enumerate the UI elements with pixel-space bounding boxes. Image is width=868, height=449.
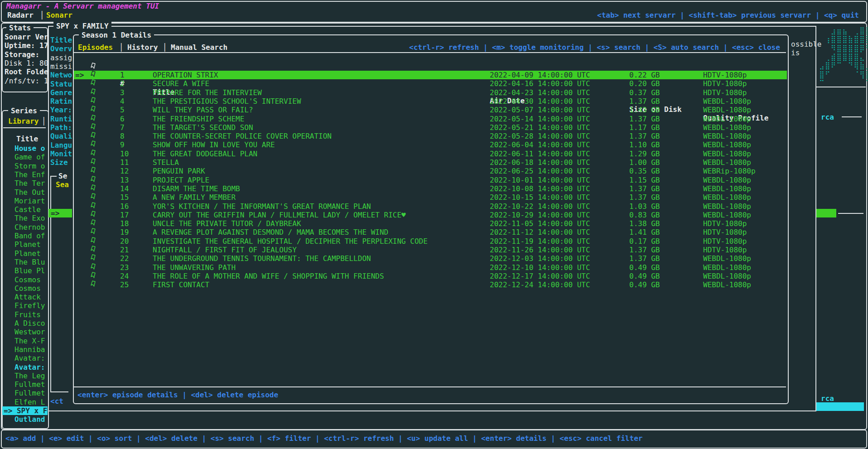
series-list-item[interactable]: Westwor <box>2 328 48 336</box>
monitored-bookmark-icon[interactable] <box>90 106 96 115</box>
series-list-item[interactable]: Elfen L <box>2 398 48 406</box>
series-list-item[interactable]: Attack <box>2 293 48 301</box>
poster-art-line: ⠀⠀⠻⣿⣿⣿⣿⡿⠃⠀ <box>819 44 868 53</box>
episode-row[interactable]: 10 THE GREAT DODGEBALL PLAN 2022-06-11 1… <box>74 150 787 158</box>
monitored-bookmark-icon[interactable] <box>90 219 96 228</box>
series-list-item[interactable]: Fullmet <box>2 389 48 397</box>
tab-episodes[interactable]: Episodes <box>78 43 113 52</box>
series-list-item[interactable]: House o <box>2 144 48 153</box>
monitored-bookmark-icon[interactable] <box>90 97 96 106</box>
monitored-bookmark-icon[interactable] <box>90 158 96 167</box>
series-list-item[interactable]: The Out <box>2 188 48 197</box>
episode-row[interactable]: 24 THE ROLE OF A MOTHER AND WIFE / SHOPP… <box>74 272 787 280</box>
episode-row[interactable]: 19 A REVENGE PLOT AGAINST DESMOND / MAMA… <box>74 228 787 237</box>
tab-sonarr[interactable]: Sonarr <box>46 11 72 19</box>
series-list-item[interactable]: Game of <box>2 153 48 161</box>
monitored-bookmark-icon[interactable] <box>90 254 96 263</box>
series-list-item[interactable]: Chernob <box>2 223 48 232</box>
series-list-item[interactable]: Cosmos <box>2 275 48 284</box>
monitored-bookmark-icon[interactable] <box>90 115 96 124</box>
monitored-bookmark-icon[interactable] <box>90 71 96 80</box>
episode-air-date: 2022-11-12 14:00:00 UTC <box>490 228 590 237</box>
monitored-bookmark-icon[interactable] <box>90 184 96 193</box>
monitored-bookmark-icon[interactable] <box>90 272 96 281</box>
episode-row[interactable]: 21 NIGHTFALL / FIRST FIT OF JEALOUSY 202… <box>74 246 787 254</box>
series-list-item[interactable]: The Blu <box>2 258 48 266</box>
monitored-bookmark-icon[interactable] <box>90 79 96 88</box>
tab-seasons-fragment[interactable]: Sea <box>56 180 69 189</box>
episode-row[interactable]: 16 YOR'S KITCHEN / THE INFORMANT'S GREAT… <box>74 202 787 211</box>
series-list-item[interactable]: The X-F <box>2 337 48 345</box>
episode-row[interactable]: 5 WILL THEY PASS OR FAIL? 2022-05-07 14:… <box>74 106 787 114</box>
episode-row[interactable]: 25 FIRST CONTACT 2022-12-24 14:00:00 UTC… <box>74 280 787 289</box>
series-list-item[interactable]: A Disco <box>2 319 48 328</box>
monitored-bookmark-icon[interactable] <box>90 193 96 202</box>
episode-row[interactable]: 15 A NEW FAMILY MEMBER 2022-10-15 14:00:… <box>74 193 787 202</box>
series-list-item[interactable]: Planet <box>2 240 48 249</box>
series-list-item[interactable]: The Enf <box>2 170 48 179</box>
episode-row[interactable]: 7 THE TARGET'S SECOND SON 2022-05-21 14:… <box>74 123 787 132</box>
poster-art-line: ⣠⣿⠟⠉⠀⠙⢿⣷⡀⠀ <box>819 61 868 70</box>
monitored-bookmark-icon[interactable] <box>90 237 96 246</box>
series-list-item[interactable]: Planet <box>2 249 48 258</box>
series-list-item[interactable]: Avatar: <box>2 354 48 362</box>
episode-number: 15 <box>120 193 129 202</box>
monitored-bookmark-icon[interactable] <box>90 246 96 255</box>
episode-quality-profile: WEBDL-1080p <box>703 176 751 184</box>
episode-row[interactable]: 23 THE UNWAVERING PATH 2022-12-10 14:00:… <box>74 263 787 272</box>
episode-row[interactable]: 8 THE COUNTER-SECRET POLICE COVER OPERAT… <box>74 132 787 140</box>
series-title: Cosmos <box>14 284 41 293</box>
series-list-item[interactable]: Storm o <box>2 162 48 170</box>
episode-row[interactable]: 18 UNCLE THE PRIVATE TUTOR / DAYBREAK 20… <box>74 219 787 228</box>
tab-radarr[interactable]: Radarr <box>7 11 34 19</box>
series-list-item[interactable]: Blue Pl <box>2 266 48 275</box>
series-list-item[interactable]: The Ter <box>2 179 48 188</box>
series-list-item[interactable]: => SPY x F <box>2 406 48 415</box>
series-list-item[interactable]: Avatar: <box>2 363 48 372</box>
monitored-bookmark-icon[interactable] <box>90 88 96 97</box>
series-list-item[interactable]: Fruits <box>2 310 48 319</box>
series-list-item[interactable]: Hanniba <box>2 345 48 354</box>
episode-row[interactable]: => 1 OPERATION STRIX 2022-04-09 14:00:00… <box>74 71 787 79</box>
series-list-item[interactable]: The Leg <box>2 372 48 380</box>
episode-row[interactable]: 3 PREPARE FOR THE INTERVIEW 2022-04-23 1… <box>74 88 787 97</box>
episode-row[interactable]: 11 STELLA 2022-06-18 14:00:00 UTC 1.00 G… <box>74 158 787 167</box>
episode-row[interactable]: 20 INVESTIGATE THE GENERAL HOSPITAL / DE… <box>74 237 787 246</box>
episode-row[interactable]: 17 CARRY OUT THE GRIFFIN PLAN / FULLMETA… <box>74 211 787 219</box>
episode-air-date: 2022-12-10 14:00:00 UTC <box>490 263 590 272</box>
monitored-bookmark-icon[interactable] <box>90 150 96 159</box>
monitored-bookmark-icon[interactable] <box>90 202 96 211</box>
episode-row[interactable]: 12 PENGUIN PARK 2022-06-25 14:00:00 UTC … <box>74 167 787 175</box>
episode-number: 25 <box>120 280 129 289</box>
series-list-item[interactable]: The Exo <box>2 214 48 222</box>
monitored-bookmark-icon[interactable] <box>90 123 96 132</box>
monitored-bookmark-icon[interactable] <box>90 132 96 141</box>
series-list-item[interactable]: Band of <box>2 232 48 240</box>
tab-manual-search[interactable]: Manual Search <box>171 43 227 52</box>
tab-library[interactable]: Library <box>8 117 39 126</box>
monitored-bookmark-icon[interactable] <box>90 228 96 237</box>
series-list-item[interactable]: Moriart <box>2 197 48 205</box>
episode-row[interactable]: 2 SECURE A WIFE 2022-04-16 14:00:00 UTC … <box>74 79 787 88</box>
monitored-bookmark-icon[interactable] <box>90 263 96 272</box>
episode-row[interactable]: 22 THE UNDERGROUND TENNIS TOURNAMENT: TH… <box>74 254 787 263</box>
episode-air-date: 2022-05-28 14:00:00 UTC <box>490 132 590 140</box>
tab-history[interactable]: History <box>127 43 158 52</box>
monitored-bookmark-icon[interactable] <box>90 167 96 176</box>
series-list-item[interactable]: Outland <box>2 415 48 424</box>
series-list-item[interactable]: Cosmos <box>2 284 48 293</box>
series-list-item[interactable]: Firefly <box>2 301 48 310</box>
episode-row[interactable]: 14 DISARM THE TIME BOMB 2022-10-08 14:00… <box>74 184 787 193</box>
monitored-bookmark-icon[interactable] <box>90 140 96 150</box>
episode-row[interactable]: 13 PROJECT APPLE 2022-10-01 14:00:00 UTC… <box>74 176 787 184</box>
episode-row[interactable]: 6 THE FRIENDSHIP SCHEME 2022-05-14 14:00… <box>74 115 787 123</box>
series-title: Chernob <box>14 223 45 232</box>
episode-row[interactable]: 9 SHOW OFF HOW IN LOVE YOU ARE 2022-06-0… <box>74 140 787 149</box>
episode-table-header: # Title Air Date Size on Disk Quality Pr… <box>74 62 787 71</box>
series-list-item[interactable]: Fullmet <box>2 380 48 389</box>
monitored-bookmark-icon[interactable] <box>90 176 96 185</box>
episode-row[interactable]: 4 THE PRESTIGIOUS SCHOOL'S INTERVIEW 202… <box>74 97 787 106</box>
monitored-bookmark-icon[interactable] <box>90 211 96 220</box>
monitored-bookmark-icon[interactable] <box>90 280 96 290</box>
series-list-item[interactable]: Castle <box>2 205 48 214</box>
